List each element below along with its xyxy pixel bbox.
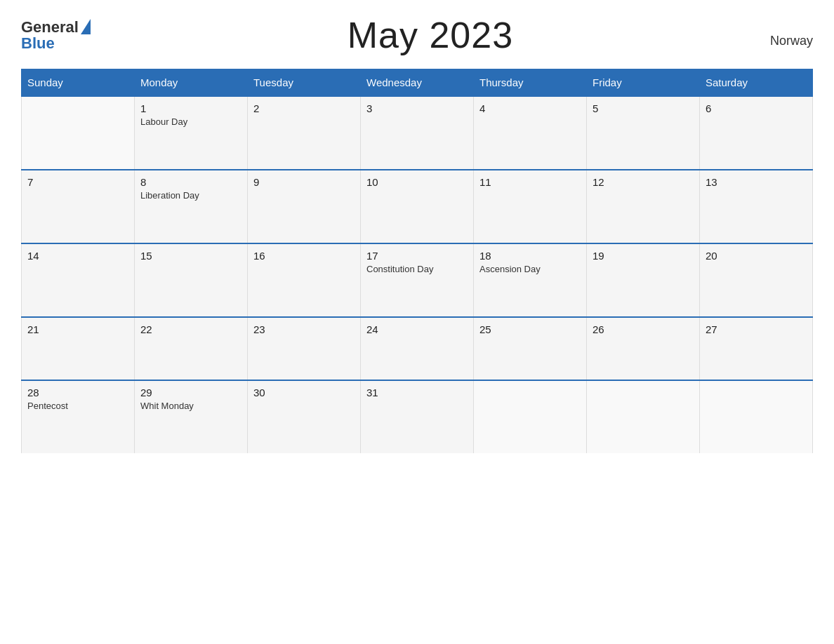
day-number: 30	[253, 387, 355, 398]
calendar-cell: 27	[700, 317, 813, 380]
day-number: 4	[479, 102, 581, 114]
calendar-cell	[700, 380, 813, 453]
calendar-cell: 6	[700, 96, 813, 170]
calendar-week-row: 21222324252627	[22, 317, 813, 380]
logo: General Blue	[21, 19, 91, 51]
day-number: 20	[706, 250, 807, 262]
holiday-label: Ascension Day	[479, 264, 581, 274]
day-number: 16	[253, 250, 355, 262]
day-number: 2	[253, 102, 355, 114]
calendar-cell: 15	[135, 243, 248, 317]
day-number: 1	[140, 102, 241, 114]
day-number: 3	[366, 102, 468, 114]
calendar-cell: 11	[474, 170, 587, 243]
day-number: 17	[366, 250, 468, 262]
calendar-cell: 3	[361, 96, 474, 170]
calendar-cell	[474, 380, 587, 453]
weekday-header-saturday: Saturday	[700, 69, 813, 97]
weekday-header-sunday: Sunday	[22, 69, 135, 97]
day-number: 21	[27, 323, 128, 335]
weekday-header-monday: Monday	[135, 69, 248, 97]
holiday-label: Pentecost	[27, 401, 128, 411]
day-number: 14	[27, 250, 128, 262]
weekday-header-wednesday: Wednesday	[361, 69, 474, 97]
calendar-cell: 29Whit Monday	[135, 380, 248, 453]
calendar-cell: 31	[361, 380, 474, 453]
calendar-cell: 1Labour Day	[135, 96, 248, 170]
day-number: 7	[27, 176, 128, 188]
day-number: 26	[593, 323, 694, 335]
day-number: 23	[253, 323, 355, 335]
day-number: 15	[140, 250, 241, 262]
calendar-cell: 25	[474, 317, 587, 380]
day-number: 29	[140, 387, 241, 398]
calendar-cell	[587, 380, 700, 453]
calendar-cell: 4	[474, 96, 587, 170]
day-number: 5	[593, 102, 694, 114]
day-number: 28	[27, 387, 128, 398]
calendar-cell: 21	[22, 317, 135, 380]
calendar-week-row: 28Pentecost29Whit Monday3031	[22, 380, 813, 453]
day-number: 27	[706, 323, 807, 335]
day-number: 31	[366, 387, 468, 398]
day-number: 12	[593, 176, 694, 188]
calendar-cell: 14	[22, 243, 135, 317]
weekday-header-row: SundayMondayTuesdayWednesdayThursdayFrid…	[22, 69, 813, 97]
calendar-cell: 18Ascension Day	[474, 243, 587, 317]
calendar-cell: 7	[22, 170, 135, 243]
logo-general-text: General	[21, 20, 79, 35]
day-number: 8	[140, 176, 241, 188]
month-title: May 2023	[348, 14, 513, 56]
weekday-header-thursday: Thursday	[474, 69, 587, 97]
holiday-label: Constitution Day	[366, 264, 468, 274]
page-header: General Blue May 2023 Norway	[21, 14, 813, 56]
calendar-week-row: 14151617Constitution Day18Ascension Day1…	[22, 243, 813, 317]
calendar-cell: 2	[248, 96, 361, 170]
calendar-cell: 17Constitution Day	[361, 243, 474, 317]
calendar-cell: 13	[700, 170, 813, 243]
day-number: 22	[140, 323, 241, 335]
calendar-week-row: 1Labour Day23456	[22, 96, 813, 170]
calendar-cell: 26	[587, 317, 700, 380]
calendar-cell	[22, 96, 135, 170]
calendar-week-row: 78Liberation Day910111213	[22, 170, 813, 243]
day-number: 19	[593, 250, 694, 262]
logo-blue-text: Blue	[21, 36, 55, 51]
calendar-cell: 9	[248, 170, 361, 243]
calendar-cell: 16	[248, 243, 361, 317]
holiday-label: Liberation Day	[140, 190, 241, 201]
calendar-cell: 12	[587, 170, 700, 243]
holiday-label: Whit Monday	[140, 401, 241, 411]
calendar-cell: 22	[135, 317, 248, 380]
day-number: 6	[706, 102, 807, 114]
day-number: 18	[479, 250, 581, 262]
calendar-cell: 28Pentecost	[22, 380, 135, 453]
day-number: 10	[366, 176, 468, 188]
day-number: 25	[479, 323, 581, 335]
calendar-cell: 24	[361, 317, 474, 380]
calendar-cell: 19	[587, 243, 700, 317]
calendar-cell: 23	[248, 317, 361, 380]
logo-triangle-icon	[81, 19, 91, 34]
calendar-cell: 5	[587, 96, 700, 170]
day-number: 24	[366, 323, 468, 335]
calendar-table: SundayMondayTuesdayWednesdayThursdayFrid…	[21, 69, 813, 453]
weekday-header-friday: Friday	[587, 69, 700, 97]
weekday-header-tuesday: Tuesday	[248, 69, 361, 97]
country-label: Norway	[770, 14, 813, 48]
day-number: 13	[706, 176, 807, 188]
day-number: 9	[253, 176, 355, 188]
calendar-cell: 10	[361, 170, 474, 243]
calendar-cell: 8Liberation Day	[135, 170, 248, 243]
calendar-cell: 20	[700, 243, 813, 317]
calendar-cell: 30	[248, 380, 361, 453]
day-number: 11	[479, 176, 581, 188]
holiday-label: Labour Day	[140, 116, 241, 127]
